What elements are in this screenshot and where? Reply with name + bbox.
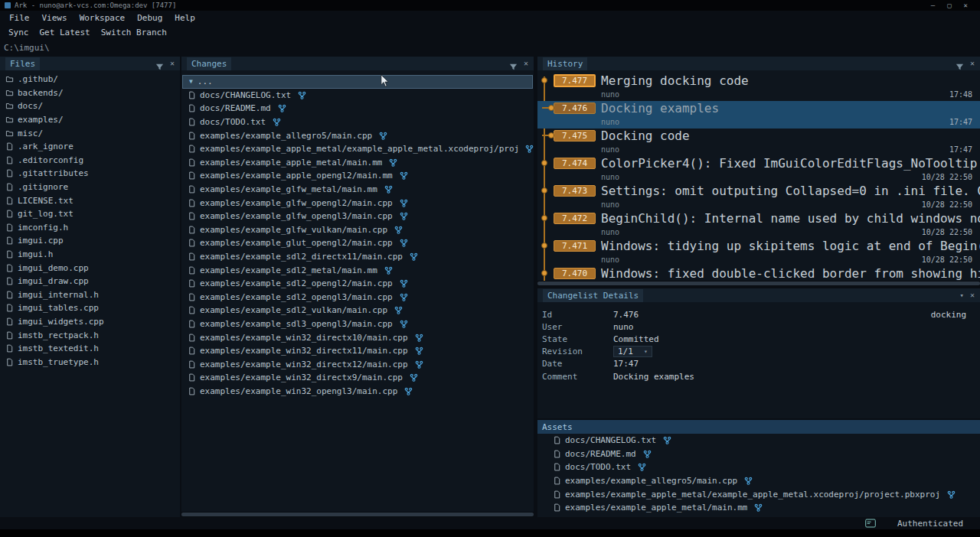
file-tree-item[interactable]: backends/ — [0, 86, 180, 100]
menu-item[interactable]: Workspace — [74, 13, 132, 23]
file-tree-item[interactable]: imstb_truetype.h — [0, 355, 180, 369]
expander-icon[interactable]: ▼ — [189, 78, 193, 85]
changed-file-row[interactable]: examples/example_sdl2_opengl2/main.cpp — [181, 277, 534, 291]
file-tree-item[interactable]: imgui_tables.cpp — [0, 301, 180, 315]
file-tree-item[interactable]: imconfig.h — [0, 221, 180, 235]
changeset-badge[interactable]: 7.472 — [554, 213, 596, 224]
changed-file-row[interactable]: examples/example_win32_opengl3/main.cpp — [181, 385, 534, 399]
changed-file-row[interactable]: examples/example_glfw_metal/main.mm — [181, 183, 534, 197]
file-tree-item[interactable]: imgui_draw.cpp — [0, 275, 180, 288]
file-icon — [5, 142, 14, 151]
file-tree-item[interactable]: .github/ — [0, 73, 180, 86]
file-tree-item[interactable]: LICENSE.txt — [0, 194, 180, 207]
menu-item[interactable]: Views — [36, 13, 74, 23]
commit-row[interactable]: 7.471 Windows: tidying up skipitems logi… — [537, 239, 980, 266]
asset-row[interactable]: examples/example_allegro5/main.cpp — [537, 474, 980, 488]
file-tree-item[interactable]: imgui.h — [0, 248, 180, 262]
changed-file-row[interactable]: examples/example_glfw_opengl2/main.cpp — [181, 196, 534, 210]
changed-file-path: examples/example_glfw_metal/main.mm — [200, 184, 377, 194]
changeset-badge[interactable]: 7.476 — [554, 103, 596, 114]
changed-file-row[interactable]: docs/README.md — [181, 102, 534, 116]
file-tree-item[interactable]: .editorconfig — [0, 154, 180, 168]
asset-row[interactable]: docs/CHANGELOG.txt — [537, 434, 980, 447]
changeset-badge[interactable]: 7.477 — [554, 74, 596, 87]
changed-file-row[interactable]: examples/example_glfw_opengl3/main.cpp — [181, 210, 534, 223]
file-tree-item[interactable]: examples/ — [0, 113, 180, 127]
branch-icon — [754, 503, 763, 512]
file-tree-item[interactable]: imgui_internal.h — [0, 288, 180, 302]
changed-file-row[interactable]: docs/TODO.txt — [181, 116, 534, 129]
comment-text[interactable]: Docking examples — [613, 372, 968, 410]
file-name: examples/ — [18, 115, 64, 125]
file-tree-item[interactable]: imgui_demo.cpp — [0, 261, 180, 275]
commit-row[interactable]: 7.473 Settings: omit outputing Collapsed… — [537, 184, 980, 211]
close-panel-icon[interactable]: ✕ — [970, 60, 975, 67]
filter-icon[interactable] — [155, 60, 164, 68]
commit-row[interactable]: 7.476 Docking examples nuno 17:47 — [537, 101, 980, 129]
changed-file-row[interactable]: examples/example_sdl2_directx11/main.cpp — [181, 250, 534, 264]
filter-icon[interactable] — [509, 60, 518, 68]
file-tree-item[interactable]: imgui_widgets.cpp — [0, 315, 180, 329]
changed-file-row[interactable]: docs/CHANGELOG.txt — [181, 89, 534, 103]
changed-file-row[interactable]: examples/example_sdl2_metal/main.mm — [181, 263, 534, 277]
close-button[interactable]: ✕ — [964, 0, 968, 11]
file-tree-item[interactable]: .gitignore — [0, 181, 180, 194]
changed-file-row[interactable]: examples/example_glut_opengl2/main.cpp — [181, 236, 534, 250]
commit-row[interactable]: 7.470 Windows: fixed double-clicked bord… — [537, 266, 980, 281]
changes-horizontal-scrollbar[interactable] — [181, 512, 534, 517]
changed-file-row[interactable]: examples/example_glfw_vulkan/main.cpp — [181, 223, 534, 237]
close-panel-icon[interactable]: ✕ — [170, 60, 175, 67]
asset-row[interactable]: examples/example_apple_metal/main.mm — [537, 501, 980, 515]
file-tree-item[interactable]: imstb_textedit.h — [0, 342, 180, 356]
changed-file-row[interactable]: examples/example_sdl2_vulkan/main.cpp — [181, 304, 534, 317]
changeset-badge[interactable]: 7.470 — [554, 268, 596, 279]
commit-row[interactable]: 7.472 BeginChild(): Internal name used b… — [537, 211, 980, 239]
toolbar-button[interactable]: Switch Branch — [96, 28, 172, 37]
changed-file-row[interactable]: examples/example_win32_directx10/main.cp… — [181, 330, 534, 344]
changed-file-row[interactable]: examples/example_allegro5/main.cpp — [181, 129, 534, 142]
commit-row[interactable]: 7.477 Merging docking code nuno 17:48 — [537, 73, 980, 101]
changed-file-row[interactable]: examples/example_apple_metal/main.mm — [181, 156, 534, 170]
asset-row[interactable]: docs/TODO.txt — [537, 461, 980, 474]
files-panel-header: Files ✕ — [0, 57, 180, 70]
file-tree-item[interactable]: .gitattributes — [0, 167, 180, 181]
revision-dropdown[interactable]: 1/1 ▾ — [613, 346, 652, 357]
toolbar-button[interactable]: Get Latest — [34, 28, 96, 37]
file-tree-item[interactable]: misc/ — [0, 126, 180, 140]
assets-header[interactable]: Assets — [537, 420, 980, 434]
history-horizontal-scrollbar[interactable] — [537, 281, 980, 286]
maximize-button[interactable]: ▢ — [947, 0, 951, 11]
close-panel-icon[interactable]: ✕ — [970, 291, 975, 299]
changed-file-row[interactable]: examples/example_win32_directx9/main.cpp — [181, 371, 534, 385]
asset-row[interactable]: examples/example_apple_metal/example_app… — [537, 487, 980, 501]
changed-file-row[interactable]: examples/example_win32_directx11/main.cp… — [181, 344, 534, 358]
changed-file-row[interactable]: examples/example_sdl2_opengl3/main.cpp — [181, 291, 534, 304]
changeset-badge[interactable]: 7.474 — [554, 158, 596, 169]
changed-file-row[interactable]: examples/example_sdl3_opengl3/main.cpp — [181, 317, 534, 331]
menu-item[interactable]: Help — [168, 13, 201, 23]
file-tree-item[interactable]: imgui.cpp — [0, 234, 180, 248]
filter-icon[interactable] — [956, 60, 964, 68]
file-tree-item[interactable]: docs/ — [0, 99, 180, 113]
changeset-badge[interactable]: 7.473 — [554, 185, 596, 197]
toolbar-button[interactable]: Sync — [3, 28, 34, 37]
changed-file-row[interactable]: examples/example_win32_directx12/main.cp… — [181, 357, 534, 371]
close-panel-icon[interactable]: ✕ — [524, 60, 528, 67]
chevron-down-icon[interactable]: ▾ — [960, 291, 964, 299]
menu-item[interactable]: File — [3, 13, 36, 23]
branch-icon — [278, 104, 286, 112]
commit-row[interactable]: 7.474 ColorPicker4(): Fixed ImGuiColorEd… — [537, 156, 980, 184]
changeset-badge[interactable]: 7.471 — [554, 240, 596, 252]
commit-row[interactable]: 7.475 Docking code nuno 17:47 — [537, 129, 980, 156]
file-tree-item[interactable]: git_log.txt — [0, 207, 180, 221]
file-tree-item[interactable]: .ark_ignore — [0, 140, 180, 154]
file-tree-item[interactable]: imstb_rectpack.h — [0, 328, 180, 342]
changed-file-row[interactable]: examples/example_apple_opengl2/main.mm — [181, 169, 534, 183]
changed-file-row[interactable]: examples/example_apple_metal/example_app… — [181, 142, 534, 156]
minimize-button[interactable]: – — [931, 0, 935, 11]
changeset-badge[interactable]: 7.475 — [554, 130, 596, 142]
menu-item[interactable]: Debug — [131, 13, 168, 23]
changes-root-row[interactable]: ▼ ... — [182, 75, 533, 89]
field-state: State Committed — [541, 333, 977, 345]
asset-row[interactable]: docs/README.md — [537, 447, 980, 461]
